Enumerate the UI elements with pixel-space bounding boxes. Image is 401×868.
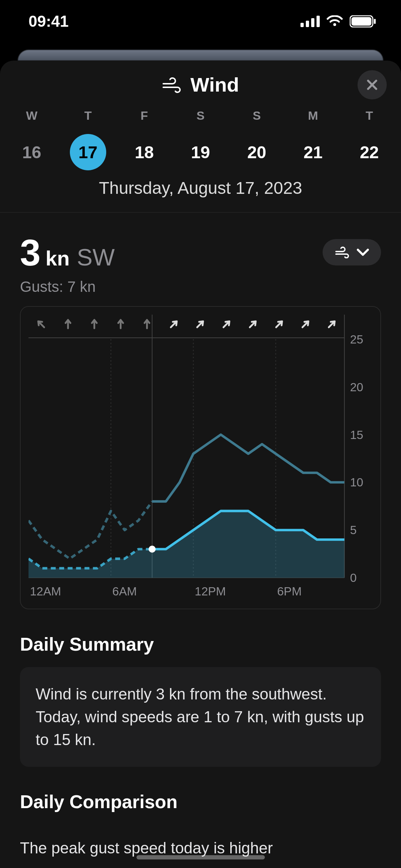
day-letter: M <box>285 109 341 123</box>
svg-text:0: 0 <box>350 571 357 584</box>
day-letter: T <box>341 109 397 123</box>
svg-rect-2 <box>311 18 314 27</box>
wind-direction: SW <box>77 244 115 271</box>
svg-rect-3 <box>317 16 320 27</box>
wind-speed-value: 3 <box>20 234 41 271</box>
svg-text:15: 15 <box>350 428 363 441</box>
day-number: 19 <box>191 143 210 162</box>
close-button[interactable] <box>358 70 387 99</box>
svg-point-24 <box>149 546 156 553</box>
wind-icon <box>335 246 350 258</box>
day-number: 18 <box>135 143 154 162</box>
wind-direction-arrow-icon <box>66 320 71 329</box>
day-number: 16 <box>22 143 41 162</box>
home-indicator <box>137 855 265 859</box>
svg-text:12PM: 12PM <box>195 585 226 598</box>
svg-rect-6 <box>374 19 376 24</box>
wind-direction-arrow-icon <box>274 320 284 329</box>
chart-options-button[interactable] <box>323 239 381 265</box>
wind-chart-svg: 051015202512AM6AM12PM6PM <box>29 315 372 602</box>
wind-direction-arrow-icon <box>36 320 46 329</box>
wind-direction-arrow-icon <box>169 320 178 329</box>
cellular-icon <box>300 16 320 27</box>
status-bar: 09:41 <box>0 0 401 43</box>
day-cell-20[interactable]: S20 <box>228 109 285 170</box>
background-peek <box>18 50 383 61</box>
day-cell-19[interactable]: S19 <box>173 109 229 170</box>
day-cell-17[interactable]: T17 <box>60 109 116 170</box>
wind-direction-arrow-icon <box>92 320 97 329</box>
day-letter: F <box>116 109 173 123</box>
svg-text:25: 25 <box>350 333 363 346</box>
daily-summary-title: Daily Summary <box>20 634 381 655</box>
gusts-label: Gusts: 7 kn <box>0 276 401 306</box>
day-letter: S <box>173 109 229 123</box>
svg-rect-5 <box>351 17 371 26</box>
day-selector: W16T17F18S19S20M21T22 <box>0 109 401 170</box>
sheet-header: Wind <box>0 61 401 109</box>
day-cell-22[interactable]: T22 <box>341 109 397 170</box>
daily-comparison-text: The peak gust speed today is higher <box>0 825 401 859</box>
day-number: 21 <box>304 143 323 162</box>
chevron-down-icon <box>357 248 369 256</box>
wind-direction-arrow-icon <box>144 320 149 329</box>
selected-date-label: Thursday, August 17, 2023 <box>0 178 401 212</box>
day-cell-16[interactable]: W16 <box>4 109 60 170</box>
svg-text:10: 10 <box>350 476 363 489</box>
wind-direction-arrow-icon <box>248 320 257 329</box>
svg-rect-1 <box>306 21 309 27</box>
wind-icon <box>162 77 182 93</box>
wind-direction-arrow-icon <box>301 320 310 329</box>
day-number: 17 <box>78 143 97 162</box>
daily-comparison-title: Daily Comparison <box>20 791 381 812</box>
svg-text:12AM: 12AM <box>30 585 61 598</box>
svg-text:6AM: 6AM <box>112 585 137 598</box>
day-letter: T <box>60 109 116 123</box>
wind-direction-arrow-icon <box>327 320 336 329</box>
day-letter: S <box>228 109 285 123</box>
svg-rect-0 <box>300 23 304 27</box>
wind-detail-sheet: Wind W16T17F18S19S20M21T22 Thursday, Aug… <box>0 61 401 868</box>
wifi-icon <box>326 15 343 27</box>
status-time: 09:41 <box>29 12 69 30</box>
day-cell-21[interactable]: M21 <box>285 109 341 170</box>
daily-comparison-section: Daily Comparison <box>0 767 401 812</box>
close-icon <box>365 78 379 92</box>
sheet-title-text: Wind <box>190 73 239 96</box>
battery-icon <box>350 15 376 27</box>
day-number: 20 <box>247 143 266 162</box>
day-number: 22 <box>360 143 379 162</box>
svg-text:20: 20 <box>350 381 363 394</box>
wind-direction-arrow-icon <box>195 320 205 329</box>
wind-chart[interactable]: 051015202512AM6AM12PM6PM <box>20 306 381 609</box>
wind-direction-arrow-icon <box>222 320 231 329</box>
svg-text:5: 5 <box>350 523 357 537</box>
daily-summary-section: Daily Summary Wind is currently 3 kn fro… <box>0 609 401 766</box>
current-reading-row: 3 kn SW <box>0 213 401 276</box>
daily-summary-text: Wind is currently 3 kn from the southwes… <box>20 667 381 766</box>
day-cell-18[interactable]: F18 <box>116 109 173 170</box>
svg-text:6PM: 6PM <box>277 585 302 598</box>
wind-direction-arrow-icon <box>118 320 123 329</box>
status-indicators <box>300 15 376 27</box>
wind-speed-unit: kn <box>46 248 70 269</box>
day-letter: W <box>4 109 60 123</box>
